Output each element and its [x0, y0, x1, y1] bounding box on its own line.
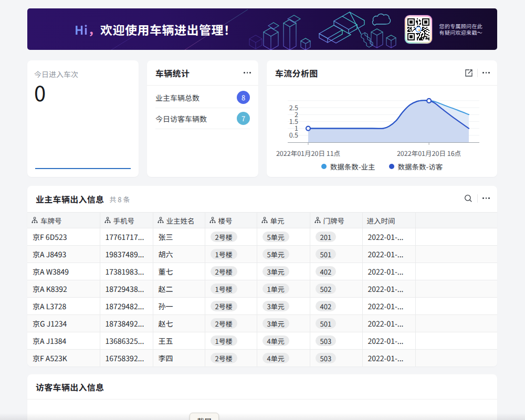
- legend-item[interactable]: 数据条数-业主: [321, 161, 375, 172]
- table-row[interactable]: 京F 6D523 17761717... 张三 2号楼 5单元 201 2022…: [27, 228, 497, 246]
- cell-time[interactable]: 2022-01-...: [362, 263, 415, 280]
- cell-plate[interactable]: 京G J1234: [27, 315, 100, 332]
- cell-phone[interactable]: 19837489...: [100, 246, 153, 263]
- column-header-time[interactable]: 进入时间: [362, 213, 415, 228]
- field-hierarchy-icon: [261, 217, 268, 224]
- column-header-plate[interactable]: 车牌号: [27, 213, 100, 228]
- cell-unit[interactable]: 5单元: [257, 228, 310, 246]
- table-row[interactable]: 京A J8493 19837489... 胡六 1号楼 5单元 501 2022…: [27, 246, 497, 263]
- column-header-phone[interactable]: 手机号: [100, 213, 153, 228]
- cell-unit[interactable]: 3单元: [257, 315, 310, 332]
- cell-phone[interactable]: 13686325...: [100, 332, 153, 350]
- divider: [147, 85, 258, 86]
- cell-time[interactable]: 2022-01-...: [362, 350, 415, 367]
- screenshot-button[interactable]: 截屏: [190, 413, 219, 420]
- cell-building[interactable]: 2号楼: [205, 315, 257, 332]
- cell-owner[interactable]: 张三: [153, 228, 205, 246]
- cell-time[interactable]: 2022-01-...: [362, 298, 415, 315]
- cell-time[interactable]: 2022-01-...: [362, 280, 415, 298]
- cell-owner[interactable]: 胡六: [153, 246, 205, 263]
- cell-door[interactable]: 503: [310, 350, 362, 367]
- cell-time[interactable]: 2022-01-...: [362, 246, 415, 263]
- more-menu-icon[interactable]: [481, 195, 491, 201]
- cell-door[interactable]: 501: [310, 246, 362, 263]
- cell-unit[interactable]: 1单元: [257, 280, 310, 298]
- cell-time[interactable]: 2022-01-...: [362, 315, 415, 332]
- column-header-door[interactable]: 门牌号: [310, 213, 362, 228]
- column-header-owner[interactable]: 业主姓名: [153, 213, 205, 228]
- cell-plate[interactable]: 京F 6D523: [27, 228, 100, 246]
- cell-empty: [415, 298, 497, 315]
- cell-plate[interactable]: 京F A523K: [27, 350, 100, 367]
- door-tag: 402: [316, 301, 337, 311]
- cell-building[interactable]: 2号楼: [205, 298, 257, 315]
- legend-label: 数据条数-业主: [330, 161, 375, 172]
- table-row[interactable]: 京F A523K 16758392... 李四 2号楼 4单元 503 2022…: [27, 350, 497, 367]
- cell-owner[interactable]: 王五: [153, 332, 205, 350]
- table-row[interactable]: 京A K8392 18729438... 赵二 1号楼 1单元 502 2022…: [27, 280, 497, 298]
- cell-phone[interactable]: 18729482...: [100, 298, 153, 315]
- svg-text:2.5: 2.5: [289, 102, 298, 112]
- cell-unit[interactable]: 4单元: [257, 350, 310, 367]
- cell-owner[interactable]: 董七: [153, 263, 205, 280]
- cell-plate[interactable]: 京A J1384: [27, 332, 100, 350]
- owner-records-table: 车牌号 手机号 业主姓名 楼号 单元 门牌号 进入时间 京F 6D523 177…: [27, 212, 497, 366]
- cell-owner[interactable]: 赵七: [153, 315, 205, 332]
- cell-phone[interactable]: 17761717...: [100, 228, 153, 246]
- cell-building[interactable]: 2号楼: [205, 228, 257, 246]
- unit-tag: 3单元: [262, 301, 289, 311]
- cell-phone[interactable]: 17381983...: [100, 263, 153, 280]
- table-row[interactable]: 京A J1384 13686325... 王五 1号楼 4单元 503 2022…: [27, 332, 497, 350]
- cell-building[interactable]: 1号楼: [205, 332, 257, 350]
- owner-records-count: 共 8 条: [109, 194, 130, 204]
- stats-item-count-badge: 7: [237, 112, 250, 125]
- cell-door[interactable]: 502: [310, 280, 362, 298]
- cell-plate[interactable]: 京A W3849: [27, 263, 100, 280]
- column-header-building[interactable]: 楼号: [205, 213, 257, 228]
- cell-door[interactable]: 402: [310, 263, 362, 280]
- unit-tag: 4单元: [262, 335, 289, 346]
- search-icon[interactable]: [463, 193, 474, 204]
- cell-phone[interactable]: 16758392...: [100, 350, 153, 367]
- table-row[interactable]: 京A L3728 18729482... 孙一 2号楼 3单元 402 2022…: [27, 298, 497, 315]
- cell-door[interactable]: 503: [310, 332, 362, 350]
- cell-building[interactable]: 2号楼: [205, 263, 257, 280]
- vehicle-stats-card: 车辆统计 业主车辆总数 8 今日访客车辆数 7: [147, 60, 258, 177]
- cell-empty: [415, 332, 497, 350]
- cell-plate[interactable]: 京A J8493: [27, 246, 100, 263]
- column-header-unit[interactable]: 单元: [257, 213, 310, 228]
- cell-building[interactable]: 1号楼: [205, 280, 257, 298]
- building-tag: 1号楼: [211, 284, 237, 294]
- cell-unit[interactable]: 5单元: [257, 246, 310, 263]
- cell-owner[interactable]: 孙一: [153, 298, 205, 315]
- cell-unit[interactable]: 3单元: [257, 263, 310, 280]
- door-tag: 402: [316, 266, 337, 277]
- legend-item[interactable]: 数据条数-访客: [389, 161, 443, 172]
- cell-time[interactable]: 2022-01-...: [362, 332, 415, 350]
- table-row[interactable]: 京A W3849 17381983... 董七 2号楼 3单元 402 2022…: [27, 263, 497, 280]
- more-menu-icon[interactable]: [481, 70, 491, 76]
- cell-unit[interactable]: 3单元: [257, 298, 310, 315]
- cell-owner[interactable]: 李四: [153, 350, 205, 367]
- cell-door[interactable]: 201: [310, 228, 362, 246]
- table-row[interactable]: 京G J1234 18738492... 赵七 2号楼 3单元 501 2022…: [27, 315, 497, 332]
- cell-phone[interactable]: 18738492...: [100, 315, 153, 332]
- traffic-chart-card: 车流分析图 0.511.522.5 2022年01月20日 11点 2022年0…: [267, 60, 497, 177]
- cell-building[interactable]: 1号楼: [205, 246, 257, 263]
- cell-unit[interactable]: 4单元: [257, 332, 310, 350]
- today-entries-label: 今日进入车次: [34, 69, 132, 79]
- cell-time[interactable]: 2022-01-...: [362, 228, 415, 246]
- more-menu-icon[interactable]: [243, 70, 252, 76]
- cell-building[interactable]: 2号楼: [205, 350, 257, 367]
- building-tag: 1号楼: [211, 249, 237, 259]
- stats-item-count-badge: 8: [237, 91, 250, 104]
- cell-plate[interactable]: 京A K8392: [27, 280, 100, 298]
- cell-owner[interactable]: 赵二: [153, 280, 205, 298]
- expand-icon[interactable]: [464, 68, 474, 78]
- visitor-records-title: 访客车辆出入信息: [36, 381, 104, 393]
- qr-code[interactable]: [405, 15, 432, 44]
- cell-plate[interactable]: 京A L3728: [27, 298, 100, 315]
- cell-door[interactable]: 402: [310, 298, 362, 315]
- cell-phone[interactable]: 18729438...: [100, 280, 153, 298]
- cell-door[interactable]: 501: [310, 315, 362, 332]
